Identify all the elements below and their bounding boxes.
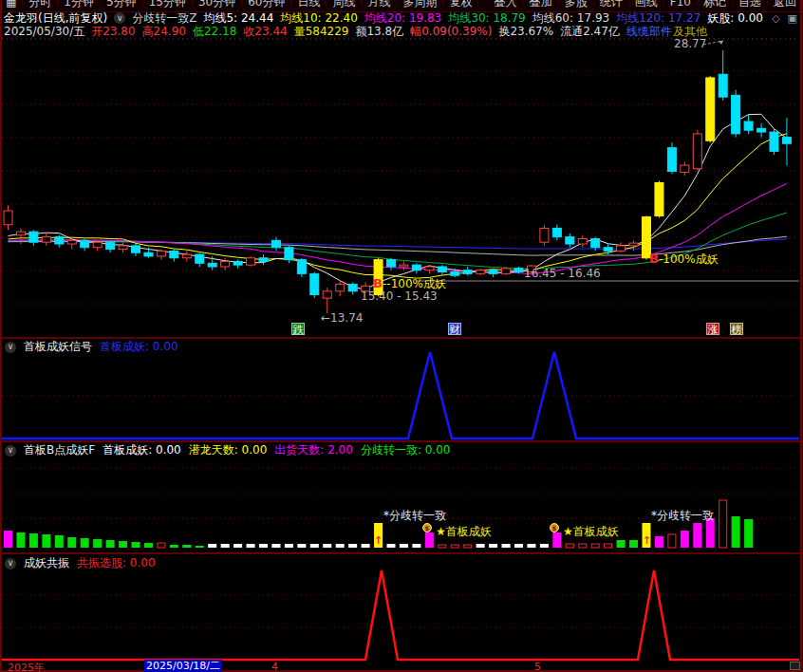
candle-body	[67, 240, 76, 244]
candle-body	[617, 246, 626, 252]
panel3-bar	[81, 538, 89, 548]
hotkey-badge-2[interactable]: 财	[448, 323, 461, 335]
panel3-bar	[476, 544, 485, 548]
candle-body	[208, 263, 216, 267]
first-board-label: ★首板成妖	[563, 525, 619, 538]
panel3-bar	[247, 544, 255, 548]
panel3-bar	[132, 542, 140, 548]
candle-body	[81, 240, 89, 247]
candle-body	[285, 248, 293, 260]
panel3-bar-hollow	[719, 500, 727, 548]
candle-body	[182, 254, 191, 258]
candle-body	[552, 228, 561, 236]
candle-body	[757, 128, 766, 132]
candle-body	[297, 260, 306, 274]
panel3-bar	[106, 540, 115, 548]
panel3-header: ∨ 首板B点成妖F 首板成妖: 0.00 潜龙天数: 0.00 出货天数: 2.…	[5, 442, 450, 458]
panel2-title[interactable]: 首板成妖信号	[24, 339, 92, 355]
tdx-window: ▦分时1分钟5分钟15分钟30分钟60分钟日线周线月线多周期复权叠入叠加多股统计…	[0, 0, 803, 672]
panel3-value3: 出货天数: 2.00	[274, 442, 353, 458]
panel3-bar	[489, 544, 497, 548]
panel3-bar	[233, 544, 242, 548]
panel3-bar-hollow	[451, 545, 458, 548]
panel3-bar	[323, 544, 331, 548]
candle-body	[693, 134, 701, 169]
panel3-bar	[29, 533, 38, 548]
panel3-bar-hollow	[439, 545, 446, 548]
panel3-bar	[693, 523, 701, 548]
panel3-bar	[93, 539, 102, 548]
candle-body	[310, 273, 319, 294]
candle-body	[732, 95, 740, 134]
candle-body	[93, 242, 102, 248]
panel3-bar	[527, 544, 535, 548]
candle-body	[42, 237, 50, 243]
panel3-bar-hollow	[566, 544, 573, 548]
b-point-label: B	[649, 252, 659, 266]
collapse-panel2-icon[interactable]: ∨	[5, 342, 16, 353]
panel3-title[interactable]: 首板B点成妖F	[24, 442, 95, 458]
candle-body	[591, 238, 600, 247]
candle-body	[451, 272, 459, 276]
panel3-bar	[55, 535, 64, 548]
candle-body	[782, 138, 791, 144]
candle-body	[4, 211, 12, 225]
scroll-corner[interactable]	[790, 662, 800, 670]
candle-body	[132, 246, 140, 252]
panel3-bar	[4, 531, 12, 548]
panel4-title[interactable]: 成妖共振	[24, 555, 69, 571]
candle-body	[655, 183, 663, 216]
candle-body	[259, 258, 268, 262]
buy-arrow-icon: ↑	[374, 534, 383, 547]
candle-body	[667, 148, 676, 172]
candle-body	[400, 265, 408, 267]
candle-body	[119, 246, 127, 250]
candle-body	[770, 132, 778, 151]
panel3-bar	[271, 544, 280, 548]
candle-body	[233, 261, 242, 265]
b-point-label: B	[373, 276, 383, 290]
panel3-bar-hollow	[158, 543, 165, 548]
panel3-bar	[170, 545, 178, 548]
collapse-panel3-icon[interactable]: ∨	[5, 445, 16, 457]
candle-body	[144, 252, 153, 256]
panel3-bar	[732, 516, 740, 548]
buy-arrow-icon: ↑	[643, 534, 651, 547]
panel3-bar	[42, 534, 50, 548]
panel3-bar	[119, 541, 127, 548]
collapse-panel4-icon[interactable]: ∨	[5, 558, 16, 569]
range-price-label: 15.40 - 15.43	[361, 289, 438, 303]
candle-body	[681, 165, 689, 172]
axis-selected-date[interactable]: 2025/03/18/二	[144, 660, 222, 672]
candle-body	[476, 271, 485, 274]
panel3-value1: 首板成妖: 0.00	[103, 442, 181, 458]
panel3-bar	[208, 544, 216, 548]
panel3-value2: 潜龙天数: 0.00	[189, 442, 268, 458]
candle-body	[566, 237, 574, 244]
candle-body	[412, 265, 420, 271]
money-bag-glyph: $	[425, 525, 430, 532]
panel3-bar	[182, 545, 191, 548]
panel3-value4: 分歧转一致: 0.00	[361, 442, 451, 458]
candle-body	[196, 254, 204, 263]
low-price-label: ←13.74	[321, 311, 363, 325]
candle-body	[629, 243, 638, 246]
hotkey-badge-3[interactable]: 涨	[706, 323, 719, 335]
axis-tick-april: 4	[271, 661, 278, 672]
hotkey-badge-1[interactable]: 跌	[291, 323, 305, 335]
candle-body	[514, 269, 523, 272]
candle-body	[578, 238, 587, 244]
panel3-bar	[400, 544, 408, 548]
hotkey-badge-4[interactable]: 榜	[730, 323, 743, 335]
b-point-text: --100%成妖	[383, 277, 446, 290]
panel3-bar	[362, 544, 370, 548]
candle-body	[221, 261, 230, 267]
panel3-bar	[617, 540, 626, 548]
candle-body	[438, 267, 446, 272]
panel3-bar	[348, 544, 357, 548]
panel4-signal-line	[2, 570, 799, 660]
candle-body	[348, 284, 357, 290]
divergence-label: *分歧转一致	[383, 509, 446, 522]
panel3-bar-hollow	[464, 545, 472, 548]
panel3-bar	[681, 531, 689, 548]
